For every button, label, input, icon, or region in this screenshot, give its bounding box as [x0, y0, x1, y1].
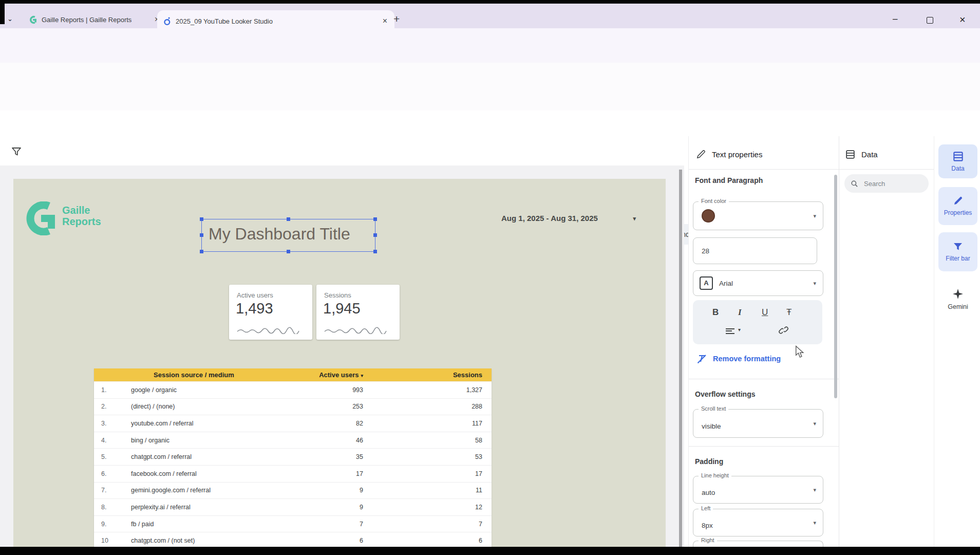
search-input[interactable]	[863, 179, 921, 188]
table-row[interactable]: 9. fb / paid 7 7	[94, 515, 492, 532]
chevron-down-icon: ▾	[813, 280, 816, 287]
selection-handle[interactable]	[200, 233, 203, 237]
font-color-swatch	[702, 209, 715, 223]
table-row[interactable]: 8. perplexity.ai / referral 9 12	[94, 498, 492, 515]
table-header-row[interactable]: Session source / medium Active users▾ Se…	[94, 368, 492, 381]
right-rail: Data Properties Filter bar Gemini	[934, 136, 980, 547]
rail-tab-gemini[interactable]: Gemini	[938, 283, 977, 316]
row-active-users: 9	[301, 487, 363, 494]
row-source: gemini.google.com / referral	[124, 487, 301, 494]
chevron-down-icon: ▾	[813, 487, 816, 493]
mouse-cursor	[795, 345, 805, 359]
insert-link-button[interactable]	[778, 325, 789, 336]
text-properties-panel: Text properties Font and Paragraph Font …	[688, 136, 839, 547]
bold-button[interactable]: B	[712, 307, 719, 318]
selection-handle[interactable]	[287, 217, 290, 221]
data-search[interactable]	[844, 174, 929, 193]
logo-text-line2: Reports	[62, 216, 101, 227]
table-row[interactable]: 6. facebook.com / referral 17 17	[94, 465, 492, 482]
row-active-users: 993	[301, 386, 363, 394]
row-sessions: 12	[363, 504, 492, 511]
table-row[interactable]: 5. chatgpt.com / referral 35 53	[94, 448, 492, 465]
row-number: 3.	[94, 420, 124, 427]
logo-text-line1: Gaille	[62, 205, 101, 216]
selection-handle[interactable]	[373, 233, 377, 237]
dashboard-title-textbox[interactable]: My Dashboard Title	[201, 219, 375, 252]
selection-handle[interactable]	[200, 250, 203, 253]
screen: ⌄ Gaille Reports | Gaille Reports × 2025…	[0, 0, 980, 555]
scroll-text-select[interactable]: Scroll text visible ▾	[693, 409, 823, 438]
selection-handle[interactable]	[373, 250, 377, 253]
font-size-input[interactable]: 28	[693, 237, 817, 264]
row-active-users: 46	[301, 437, 363, 444]
row-number: 6.	[94, 470, 124, 477]
chevron-down-icon: ▾	[813, 420, 816, 427]
session-source-table[interactable]: Session source / medium Active users▾ Se…	[94, 368, 492, 555]
align-caret-icon[interactable]: ▾	[738, 327, 741, 332]
remove-formatting-button[interactable]: Remove formatting	[696, 353, 781, 364]
padding-left-select[interactable]: Left 8px ▾	[693, 509, 823, 536]
row-number: 7.	[94, 487, 124, 494]
report-page[interactable]: Gaille Reports My Dashboard Title Aug 1,…	[13, 179, 666, 547]
new-tab-button[interactable]: +	[393, 13, 400, 25]
scorecard-active-users[interactable]: Active users 1,493	[229, 285, 312, 340]
window-minimize-button[interactable]: –	[893, 14, 897, 24]
date-range-control[interactable]: Aug 1, 2025 - Aug 31, 2025 ▾	[501, 214, 636, 223]
font-family-select[interactable]: A Arial ▾	[693, 270, 823, 296]
table-row[interactable]: 2. (direct) / (none) 253 288	[94, 398, 492, 415]
selection-handle[interactable]	[373, 217, 377, 221]
rail-tab-properties[interactable]: Properties	[938, 187, 977, 225]
row-number: 2.	[94, 403, 124, 410]
row-number: 8.	[94, 504, 124, 511]
data-panel: Data	[839, 136, 934, 547]
col-session-source[interactable]: Session source / medium	[124, 371, 301, 379]
row-source: perplexity.ai / referral	[124, 504, 301, 511]
panel-scrollbar[interactable]	[834, 175, 837, 398]
tab-search-chevron-icon[interactable]: ⌄	[7, 15, 13, 23]
filter-funnel-icon[interactable]	[11, 146, 22, 157]
scorecard-sessions[interactable]: Sessions 1,945	[316, 285, 400, 340]
section-font-paragraph: Font and Paragraph	[695, 176, 763, 184]
row-active-users: 7	[301, 521, 363, 528]
dashboard-title-text: My Dashboard Title	[209, 225, 375, 244]
tab-title: Gaille Reports | Gaille Reports	[42, 16, 149, 24]
sparkline	[236, 327, 304, 334]
row-active-users: 6	[301, 537, 363, 544]
table-row[interactable]: 1. google / organic 993 1,327	[94, 381, 492, 398]
rail-tab-filter-bar[interactable]: Filter bar	[938, 232, 977, 271]
frame-edge	[0, 547, 980, 555]
table-row[interactable]: 4. bing / organic 46 58	[94, 432, 492, 449]
edit-toolbar-row: ↶ ↷ ▾ Add page Add data Bl	[0, 110, 980, 136]
report-canvas[interactable]: Gaille Reports My Dashboard Title Aug 1,…	[0, 165, 684, 547]
window-close-button[interactable]: ×	[959, 14, 966, 26]
window-restore-button[interactable]	[927, 17, 933, 24]
strikethrough-button[interactable]: Ŧ	[786, 307, 791, 318]
table-row[interactable]: 7. gemini.google.com / referral 9 11	[94, 482, 492, 499]
col-active-users[interactable]: Active users▾	[301, 371, 363, 379]
pencil-icon	[953, 196, 963, 206]
font-family-icon: A	[700, 276, 713, 290]
tab-title: 2025_09 YouTube Looker Studio	[176, 17, 378, 25]
row-source: facebook.com / referral	[124, 470, 301, 477]
col-sessions[interactable]: Sessions	[363, 371, 492, 379]
row-sessions: 17	[363, 470, 492, 477]
table-row[interactable]: 3. youtube.com / referral 82 117	[94, 415, 492, 432]
underline-button[interactable]: U	[762, 307, 768, 318]
selection-handle[interactable]	[287, 250, 290, 253]
align-button[interactable]	[726, 327, 734, 335]
row-source: (direct) / (none)	[124, 403, 301, 410]
funnel-icon	[953, 242, 963, 252]
selection-handle[interactable]	[200, 217, 203, 221]
row-sessions: 288	[363, 403, 492, 410]
rail-tab-data[interactable]: Data	[938, 144, 977, 178]
row-sessions: 53	[363, 453, 492, 460]
font-color-select[interactable]: Font color ▾	[693, 201, 823, 230]
browser-toolbar: ← → lookerstudio.google.com/u/0/reportin…	[0, 28, 980, 63]
italic-button[interactable]: I	[738, 307, 742, 318]
row-number: 10	[94, 537, 124, 544]
looker-header: 2025_09 YouTube Looker Studio Lessons Te…	[0, 63, 980, 111]
line-height-select[interactable]: Line height auto ▾	[693, 476, 823, 504]
tab-close-icon[interactable]: ×	[382, 16, 388, 26]
chevron-down-icon: ▾	[813, 213, 816, 219]
canvas-panel-resize-bar[interactable]	[679, 170, 682, 547]
